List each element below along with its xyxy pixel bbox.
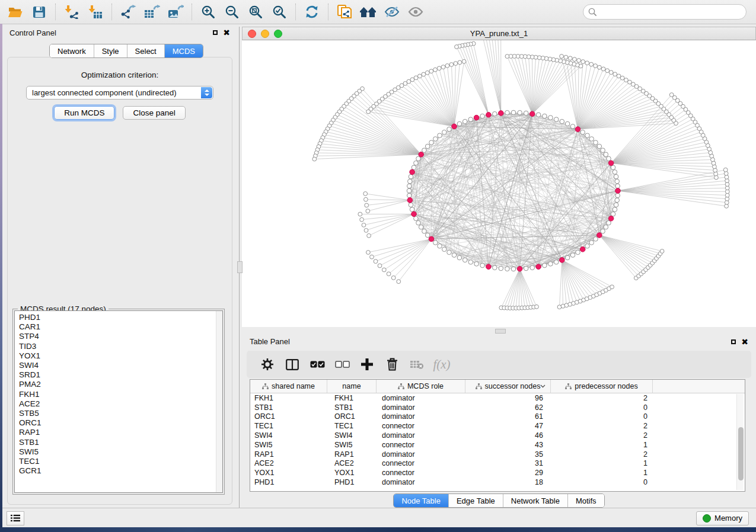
table-cell[interactable]: PHD1 [327, 478, 377, 486]
add-column-button[interactable] [356, 354, 378, 374]
table-cell[interactable]: YOX1 [250, 469, 327, 477]
mcds-result-item[interactable]: ORC1 [19, 418, 222, 428]
network-node[interactable] [429, 140, 434, 145]
network-node[interactable] [505, 267, 510, 271]
tab-style[interactable]: Style [94, 44, 127, 57]
dominator-node[interactable] [419, 152, 424, 157]
network-node[interactable] [580, 130, 585, 134]
dominator-node[interactable] [410, 169, 415, 175]
network-node[interactable] [457, 121, 462, 126]
mcds-result-item[interactable]: CAR1 [19, 322, 222, 332]
table-row[interactable]: SWI5SWI5connector431 [250, 440, 745, 450]
network-leaf-node[interactable] [441, 65, 445, 69]
table-cell[interactable]: YOX1 [327, 469, 377, 477]
dominator-node[interactable] [608, 161, 614, 166]
network-leaf-node[interactable] [437, 66, 441, 70]
network-node[interactable] [543, 263, 547, 268]
show-all-button[interactable] [404, 2, 428, 22]
table-cell[interactable]: 96 [465, 394, 551, 402]
table-cell[interactable]: SWI4 [250, 431, 327, 440]
network-node[interactable] [457, 255, 462, 260]
close-panel-icon[interactable]: ✖ [223, 28, 230, 37]
table-cell[interactable]: 47 [465, 422, 551, 430]
save-session-button[interactable] [27, 2, 51, 22]
network-leaf-node[interactable] [358, 212, 362, 216]
mcds-result-item[interactable]: STP4 [19, 332, 222, 341]
network-leaf-node[interactable] [589, 62, 594, 66]
network-node[interactable] [570, 124, 575, 129]
first-neighbors-button[interactable] [356, 2, 380, 22]
network-leaf-node[interactable] [374, 259, 378, 264]
network-node[interactable] [493, 265, 497, 270]
mcds-result-item[interactable]: FKH1 [19, 390, 222, 399]
table-cell[interactable]: FKH1 [250, 394, 327, 402]
network-leaf-node[interactable] [594, 64, 598, 68]
network-node[interactable] [425, 144, 430, 149]
table-cell[interactable]: ACE2 [327, 459, 377, 467]
network-leaf-node[interactable] [581, 60, 585, 64]
network-node[interactable] [416, 220, 421, 225]
network-leaf-node[interactable] [669, 93, 674, 97]
tab-network-table[interactable]: Network Table [503, 494, 568, 507]
network-leaf-node[interactable] [617, 74, 621, 78]
clone-network-button[interactable] [333, 2, 356, 22]
network-leaf-node[interactable] [366, 209, 370, 213]
network-node[interactable] [589, 137, 594, 142]
export-network-button[interactable] [116, 2, 140, 22]
dominator-node[interactable] [560, 258, 565, 263]
splitter-grip[interactable] [495, 329, 506, 334]
network-node[interactable] [611, 212, 615, 217]
table-cell[interactable]: SWI4 [327, 431, 377, 440]
mcds-result-item[interactable]: TID3 [19, 342, 222, 351]
mcds-result-item[interactable]: SWI4 [19, 361, 222, 370]
network-leaf-node[interactable] [723, 168, 728, 172]
network-node[interactable] [442, 247, 447, 252]
network-leaf-node[interactable] [429, 69, 433, 73]
network-leaf-node[interactable] [573, 57, 577, 62]
vertical-splitter[interactable] [237, 24, 242, 508]
table-cell[interactable]: dominator [377, 431, 465, 440]
network-leaf-node[interactable] [391, 276, 395, 280]
network-node[interactable] [597, 144, 602, 149]
network-leaf-node[interactable] [382, 268, 386, 272]
table-cell[interactable]: SWI5 [327, 441, 377, 449]
network-leaf-node[interactable] [360, 217, 364, 222]
float-panel-icon[interactable] [213, 30, 218, 35]
network-node[interactable] [410, 207, 414, 212]
table-cell[interactable]: 61 [465, 412, 551, 421]
network-leaf-node[interactable] [366, 251, 371, 255]
network-node[interactable] [452, 253, 457, 258]
network-node[interactable] [422, 148, 427, 153]
network-node[interactable] [416, 156, 421, 161]
network-node[interactable] [407, 193, 412, 198]
float-panel-icon[interactable] [731, 339, 736, 344]
network-node[interactable] [462, 258, 467, 262]
table-row[interactable]: RAP1RAP1dominator352 [250, 450, 745, 459]
network-node[interactable] [615, 184, 620, 188]
network-node[interactable] [474, 262, 479, 267]
dominator-node[interactable] [407, 198, 413, 203]
zoom-selected-button[interactable] [267, 2, 291, 22]
mcds-result-item[interactable]: PMA2 [19, 380, 222, 389]
table-cell[interactable]: 29 [465, 469, 551, 477]
export-table-button[interactable] [140, 2, 164, 22]
table-cell[interactable]: ORC1 [327, 412, 377, 421]
dominator-node[interactable] [486, 113, 492, 118]
zoom-out-button[interactable] [220, 2, 244, 22]
close-panel-button[interactable]: Close panel [123, 106, 185, 120]
network-node[interactable] [438, 133, 442, 138]
network-leaf-node[interactable] [455, 45, 459, 49]
network-view[interactable] [242, 40, 756, 327]
network-node[interactable] [589, 241, 594, 245]
network-leaf-node[interactable] [367, 233, 371, 238]
mcds-result-item[interactable]: TEC1 [19, 457, 222, 466]
network-node[interactable] [419, 225, 423, 230]
open-session-button[interactable] [4, 2, 27, 22]
table-cell[interactable]: connector [377, 441, 465, 449]
network-node[interactable] [613, 170, 617, 175]
network-leaf-node[interactable] [564, 55, 568, 59]
criterion-dropdown[interactable]: largest connected component (undirected) [26, 86, 213, 100]
network-node[interactable] [447, 250, 452, 255]
network-node[interactable] [543, 114, 547, 118]
network-node[interactable] [407, 188, 412, 193]
